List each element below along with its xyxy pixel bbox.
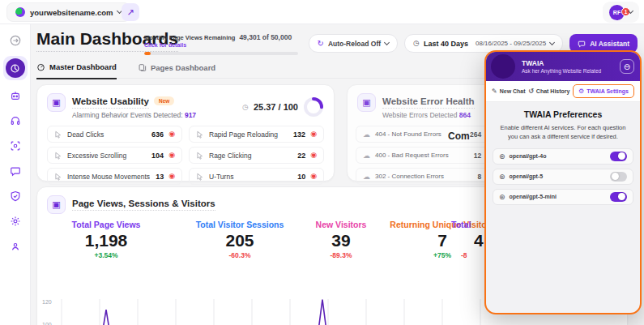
- quota-value: 49,301 of 50,000: [239, 33, 292, 41]
- alert-dot-icon: ◉: [168, 130, 175, 138]
- cursor-icon: [196, 130, 204, 139]
- alert-dot-icon: ◉: [310, 173, 317, 180]
- error-card-title: Website Error Health: [382, 96, 475, 109]
- sidebar-collapse-button[interactable]: [6, 31, 25, 50]
- openai-logo-icon: ⊛: [499, 152, 505, 160]
- twaia-assistant-panel: TWAIA Ask her Anything Website Related ⊖…: [484, 50, 642, 314]
- usability-metrics: Dead Clicks636◉ Rapid Page Reloading132◉…: [37, 119, 334, 185]
- chart-gridlines: [62, 299, 480, 325]
- ai-services-list: ⊛ openai/gpt-4o ⊛ openai/gpt-5 ⊛ openai/…: [486, 148, 640, 205]
- headset-icon: [10, 115, 21, 126]
- sidebar-item-dashboards[interactable]: [3, 56, 28, 80]
- chevron-down-icon: [384, 39, 390, 45]
- auto-reload-select[interactable]: ↻ Auto-Reload Off: [309, 34, 399, 53]
- sidebar-item-support[interactable]: [6, 111, 25, 130]
- dashboard-pie-icon: [10, 63, 20, 74]
- site-name: yourwebsitename.com: [30, 8, 113, 17]
- site-logo-icon: [15, 7, 25, 17]
- gauge-icon: [36, 62, 45, 71]
- usability-card-title: Website Usability: [72, 96, 149, 109]
- tab-pages-dashboard[interactable]: Pages Dashboard: [138, 62, 215, 79]
- cursor-icon: [54, 173, 62, 181]
- alert-dot-icon: ◉: [168, 152, 175, 159]
- chat-bubble-icon: [578, 40, 586, 48]
- pageviews-card-title: Page Views, Sessions & Visitors: [72, 199, 215, 211]
- person-pin-icon: [10, 241, 21, 252]
- service-toggle[interactable]: [610, 192, 627, 202]
- quota-progress-bar: [144, 52, 298, 55]
- metric-row[interactable]: Rapid Page Reloading132◉: [189, 126, 324, 143]
- twaia-header: TWAIA Ask her Anything Website Related ⊖: [486, 52, 640, 81]
- twaia-tabs: ✎New Chat ↺Chat History ⚙TWAIA Settings: [486, 81, 640, 102]
- cursor-icon: [54, 130, 62, 139]
- service-toggle[interactable]: [610, 152, 627, 161]
- service-toggle[interactable]: [610, 172, 627, 182]
- site-selector[interactable]: yourwebsitename.com: [6, 2, 130, 22]
- error-row[interactable]: ☁404 - Not Found Errors264◉: [356, 126, 500, 143]
- twaia-tab-chat-history[interactable]: ↺Chat History: [528, 88, 569, 95]
- partially-hidden-heading: Com: [448, 130, 470, 142]
- usability-score: ◷ 25.37 / 100: [242, 93, 324, 118]
- cursor-icon: [196, 152, 204, 160]
- pages-icon: [138, 63, 147, 72]
- usability-card-icon: ▣: [47, 93, 66, 112]
- cursor-icon: [196, 173, 204, 181]
- metric-row[interactable]: Rage Clicking22◉: [189, 147, 324, 164]
- metric-row[interactable]: Dead Clicks636◉: [47, 126, 182, 143]
- y-tick-120: 120: [42, 299, 52, 305]
- new-badge: New: [154, 96, 174, 105]
- twaia-tab-settings[interactable]: ⚙TWAIA Settings: [573, 84, 634, 98]
- twaia-avatar: [491, 54, 515, 79]
- twaia-title: TWAIA: [522, 59, 601, 67]
- metric-row[interactable]: Excessive Scrolling104◉: [47, 147, 182, 164]
- pageviews-card-icon: ▣: [47, 195, 66, 214]
- twaia-tab-new-chat[interactable]: ✎New Chat: [492, 88, 526, 95]
- cursor-icon: [54, 152, 62, 160]
- gear-icon: [10, 216, 21, 227]
- error-row[interactable]: ☁400 - Bad Request Errors12◉: [356, 147, 500, 164]
- score-ring: [303, 96, 324, 118]
- sidebar-item-chat[interactable]: [6, 161, 25, 181]
- website-usability-card: ▣ Website UsabilityNew Alarming Behavior…: [36, 84, 335, 182]
- minimize-button[interactable]: ⊖: [620, 59, 634, 74]
- twaia-description: Enable different AI services. For each q…: [486, 123, 640, 142]
- dashboard-tabs: Master Dashboard Pages Dashboard: [36, 62, 215, 79]
- focus-eye-icon: [10, 140, 21, 152]
- dashboard-page: yourwebsitename.com ↗ RF 1 Main Dashboar…: [0, 0, 644, 325]
- pencil-icon: ✎: [492, 88, 497, 95]
- cloud-icon: ☁: [363, 152, 370, 160]
- ai-service-row[interactable]: ⊛ openai/gpt-5-mini: [493, 189, 633, 205]
- clock-icon: ◷: [413, 40, 420, 47]
- sidebar: [0, 24, 31, 325]
- circle-minus-icon: ⊖: [624, 62, 630, 71]
- pageviews-quota: Monthly Page Views Remaining 49,301 of 5…: [144, 33, 302, 55]
- open-site-button[interactable]: ↗: [122, 3, 139, 21]
- sidebar-item-location[interactable]: [6, 237, 25, 256]
- sidebar-item-focus[interactable]: [6, 136, 25, 156]
- tab-master-dashboard[interactable]: Master Dashboard: [36, 62, 117, 79]
- alert-dot-icon: ◉: [310, 130, 317, 138]
- quota-details-link[interactable]: Click for details: [144, 42, 302, 48]
- avatar: RF 1: [609, 5, 625, 20]
- topbar: yourwebsitename.com ↗ RF 1: [0, 0, 644, 24]
- cloud-icon: ☁: [363, 130, 370, 139]
- page-views-series-line: [37, 300, 491, 325]
- error-card-subtitle: Website Errors Detected 864: [382, 111, 475, 119]
- user-menu[interactable]: RF 1: [603, 2, 639, 23]
- metric-row[interactable]: Intense Mouse Movements13◉: [47, 168, 182, 185]
- usability-card-subtitle: Alarming Behavior Events Detected: 917: [72, 111, 196, 119]
- sidebar-item-bot[interactable]: [6, 86, 25, 105]
- sidebar-item-security[interactable]: [6, 186, 25, 206]
- chevron-down-icon: [549, 39, 555, 45]
- gear-icon: ⚙: [578, 88, 584, 95]
- pageviews-line-chart[interactable]: 120 100: [37, 268, 491, 325]
- twaia-subtitle: Ask her Anything Website Related: [522, 68, 601, 74]
- chat-bubble-icon: [10, 165, 21, 177]
- ai-service-row[interactable]: ⊛ openai/gpt-4o: [493, 148, 633, 165]
- sidebar-item-settings[interactable]: [6, 212, 25, 231]
- y-tick-100: 100: [42, 322, 52, 325]
- error-row[interactable]: ☁302 - Connection Errors8◉: [356, 168, 500, 185]
- metric-row[interactable]: U-Turns10◉: [189, 168, 324, 185]
- alert-dot-icon: ◉: [168, 173, 175, 180]
- ai-service-row[interactable]: ⊛ openai/gpt-5: [493, 169, 633, 185]
